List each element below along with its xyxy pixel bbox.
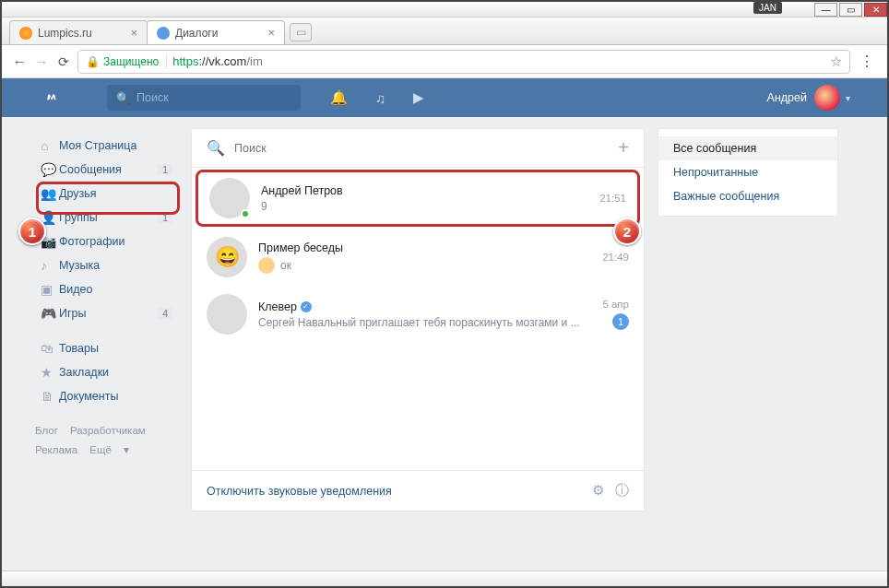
dialog-time: 5 апр — [602, 299, 629, 310]
online-badge — [241, 209, 250, 218]
vk-header: 🔍 Поиск 🔔 ♫ ▶ Андрей ▾ — [2, 78, 887, 117]
user-avatar — [814, 85, 840, 111]
dialog-item-klever[interactable]: Клевер ✓ Сергей Навальный приглашает теб… — [192, 286, 644, 343]
unread-badge: 1 — [612, 313, 629, 330]
sidebar-item-friends[interactable]: 👥 Друзья — [35, 182, 178, 206]
back-button[interactable]: ← — [11, 53, 28, 70]
sidebar-item-groups[interactable]: 👤 Группы 1 — [35, 206, 178, 229]
url-path: /im — [246, 54, 262, 68]
dialog-preview: Сергей Навальный приглашает тебя пораски… — [258, 316, 602, 329]
gear-icon[interactable]: ⚙ — [592, 482, 604, 500]
minimize-button[interactable]: — — [814, 3, 837, 17]
tab-lumpics[interactable]: Lumpics.ru × — [9, 20, 148, 44]
music-icon[interactable]: ♫ — [375, 89, 385, 106]
close-icon[interactable]: × — [260, 26, 275, 40]
browser-tab-bar: Lumpics.ru × Диалоги × ▭ — [2, 18, 887, 45]
sidebar-item-video[interactable]: ▣ Видео — [35, 277, 178, 301]
dialog-preview: ок — [258, 257, 602, 274]
new-chat-button[interactable]: + — [618, 137, 629, 159]
sidebar-item-documents[interactable]: 🗎 Документы — [35, 384, 178, 408]
vk-page: 🔍 Поиск 🔔 ♫ ▶ Андрей ▾ ⌂ Моя Страница 💬 … — [2, 78, 887, 574]
header-search[interactable]: 🔍 Поиск — [107, 85, 301, 111]
dialog-name: Андрей Петров — [261, 184, 599, 197]
vk-content: ⌂ Моя Страница 💬 Сообщения 1 👥 Друзья 👤 … — [2, 117, 887, 512]
verified-icon: ✓ — [301, 301, 312, 312]
video-icon: ▣ — [41, 282, 59, 297]
close-button[interactable]: ✕ — [864, 3, 887, 17]
dialog-time: 21:49 — [602, 252, 629, 263]
messages-panel: 🔍 + Андрей Петров 9 21:51 😄 Пример бесед… — [191, 128, 645, 512]
search-icon: 🔍 — [207, 139, 225, 157]
avatar — [209, 178, 250, 218]
sidebar-item-bookmarks[interactable]: ★ Закладки — [35, 360, 178, 384]
vk-logo[interactable] — [46, 90, 83, 105]
footer-link-blog[interactable]: Блог — [35, 425, 58, 436]
footer-link-ads[interactable]: Реклама — [35, 444, 77, 455]
browser-address-bar: ← → ⟳ 🔒 Защищено https ://vk.com /im ☆ ⋮ — [2, 45, 887, 78]
dialog-search-input[interactable] — [234, 142, 618, 155]
dialog-item-petrov[interactable]: Андрей Петров 9 21:51 — [196, 170, 640, 227]
annotation-marker-2: 2 — [613, 218, 641, 245]
header-user[interactable]: Андрей ▾ — [767, 85, 850, 111]
folder-important[interactable]: Важные сообщения — [658, 184, 837, 208]
tab-title: Lumpics.ru — [38, 27, 92, 40]
reload-button[interactable]: ⟳ — [55, 53, 72, 70]
chat-icon: 💬 — [41, 162, 59, 177]
url-host: ://vk.com — [198, 54, 246, 68]
lock-icon: 🔒 — [86, 55, 100, 68]
sidebar-footer: Блог Разработчикам Реклама Ещё ▾ — [35, 421, 178, 459]
sidebar-item-market[interactable]: 🛍 Товары — [35, 336, 178, 360]
forward-button[interactable]: → — [33, 53, 50, 70]
url-input[interactable]: 🔒 Защищено https ://vk.com /im ☆ — [77, 50, 850, 74]
user-name: Андрей — [767, 91, 807, 104]
dialog-name: Пример беседы — [258, 241, 602, 254]
tab-title: Диалоги — [175, 27, 218, 40]
favicon-icon — [157, 27, 170, 40]
chevron-down-icon: ▾ — [121, 444, 129, 455]
sidebar-item-my-page[interactable]: ⌂ Моя Страница — [35, 134, 178, 158]
folder-unread[interactable]: Непрочитанные — [658, 160, 837, 184]
browser-menu-button[interactable]: ⋮ — [856, 53, 878, 70]
folder-all[interactable]: Все сообщения — [658, 136, 837, 160]
avatar: 😄 — [207, 237, 247, 277]
mini-avatar — [258, 257, 275, 274]
search-placeholder: Поиск — [136, 91, 169, 104]
security-badge[interactable]: 🔒 Защищено — [86, 55, 167, 68]
music-note-icon: ♪ — [41, 258, 59, 273]
bookmark-star-icon[interactable]: ☆ — [830, 53, 842, 70]
info-icon[interactable]: ⓘ — [615, 482, 629, 500]
browser-statusbar — [2, 570, 887, 586]
badge: 4 — [158, 308, 172, 319]
gamepad-icon: 🎮 — [41, 306, 59, 321]
close-icon[interactable]: × — [123, 26, 137, 40]
sidebar-item-messages[interactable]: 💬 Сообщения 1 — [35, 158, 178, 182]
bag-icon: 🛍 — [41, 341, 59, 356]
secure-label: Защищено — [103, 55, 159, 68]
disable-sound-link[interactable]: Отключить звуковые уведомления — [207, 485, 392, 498]
sidebar-item-games[interactable]: 🎮 Игры 4 — [35, 301, 178, 325]
messages-footer: Отключить звуковые уведомления ⚙ ⓘ — [192, 470, 644, 511]
friends-icon: 👥 — [41, 186, 59, 201]
sidebar-item-photos[interactable]: 📷 Фотографии — [35, 229, 178, 253]
window-titlebar: JAN — ▭ ✕ — [2, 2, 887, 18]
sidebar: ⌂ Моя Страница 💬 Сообщения 1 👥 Друзья 👤 … — [35, 128, 178, 512]
folders-panel: Все сообщения Непрочитанные Важные сообщ… — [658, 128, 838, 512]
sidebar-item-music[interactable]: ♪ Музыка — [35, 253, 178, 277]
month-badge: JAN — [753, 2, 782, 14]
badge: 1 — [158, 164, 172, 175]
notifications-icon[interactable]: 🔔 — [330, 89, 348, 106]
play-icon[interactable]: ▶ — [413, 89, 424, 106]
search-icon: 🔍 — [116, 91, 131, 105]
dialog-item-beseda[interactable]: 😄 Пример беседы ок 21:49 — [192, 229, 644, 286]
new-tab-button[interactable]: ▭ — [290, 23, 312, 41]
divider — [35, 325, 178, 336]
footer-link-dev[interactable]: Разработчикам — [70, 425, 146, 436]
messages-header: 🔍 + — [192, 129, 644, 168]
home-icon: ⌂ — [41, 138, 59, 153]
annotation-marker-1: 1 — [18, 218, 46, 245]
footer-link-more[interactable]: Ещё ▾ — [89, 444, 138, 455]
header-icons: 🔔 ♫ ▶ — [330, 89, 424, 106]
star-icon: ★ — [41, 365, 59, 380]
tab-dialogs[interactable]: Диалоги × — [147, 20, 285, 44]
maximize-button[interactable]: ▭ — [839, 3, 862, 17]
